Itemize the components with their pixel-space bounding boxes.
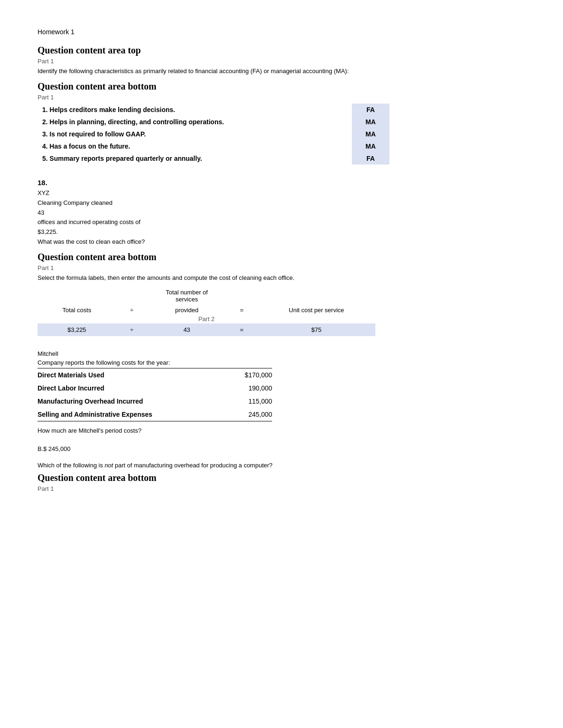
mitchell-section: Mitchell Company reports the following c… [38,350,525,452]
formula-table: Total number of services Total costs ÷ p… [38,286,375,336]
mitchell-label-4: Selling and Administrative Expenses [38,408,202,421]
section1-part-label2: Part 1 [38,94,525,101]
mitchell-company: Mitchell [38,350,525,357]
which-text: Which of the following is not part of ma… [38,462,366,469]
qa-question-1: 1. Helps creditors make lending decision… [38,104,352,116]
qa-row-3: 3. Is not required to follow GAAP.MA [38,128,389,140]
mitchell-value-3: 115,000 [202,395,272,408]
formula-col5-label: Unit cost per service [258,306,375,315]
qa-row-5: 5. Summary reports prepared quarterly or… [38,152,389,165]
qa-question-4: 4. Has a focus on the future. [38,140,352,152]
qa-row-1: 1. Helps creditors make lending decision… [38,104,389,116]
qa-answer-4: MA [352,140,389,152]
qa-question-2: 2. Helps in planning, directing, and con… [38,116,352,128]
select-formula-text: Select the formula labels, then enter th… [38,274,366,281]
qa-answer-5: FA [352,152,389,165]
period-costs-question: How much are Mitchell's period costs? [38,426,525,436]
qa-question-3: 3. Is not required to follow GAAP. [38,128,352,140]
formula-val3: 43 [147,323,226,336]
section-18: 18. XYZ Cleaning Company cleaned 43 offi… [38,179,525,336]
section18-number: 18. [38,179,525,187]
qa-answer-2: MA [352,116,389,128]
mitchell-table: Direct Materials Used$170,000Direct Labo… [38,368,272,421]
homework-title: Homework 1 [38,28,525,36]
formula-val2: ÷ [116,323,147,336]
mitchell-value-1: $170,000 [202,368,272,382]
mitchell-label-3: Manufacturing Overhead Incurred [38,395,202,408]
section18-intro: XYZ Cleaning Company cleaned 43 offices … [38,188,525,247]
mitchell-value-4: 245,000 [202,408,272,421]
section18-content-bottom-label: Question content area bottom [38,252,525,263]
mitchell-label-2: Direct Labor Incurred [38,382,202,395]
section1-part-label: Part 1 [38,58,525,65]
qa-row-4: 4. Has a focus on the future.MA [38,140,389,152]
mitchell-row-1: Direct Materials Used$170,000 [38,368,272,382]
answer-b: B.$ 245,000 [38,445,525,452]
mitchell-subtitle: Company reports the following costs for … [38,359,525,366]
qa-table: 1. Helps creditors make lending decision… [38,104,389,165]
formula-section: Total number of services Total costs ÷ p… [38,286,525,336]
formula-col3-label: provided [147,306,226,315]
qa-row-2: 2. Helps in planning, directing, and con… [38,116,389,128]
formula-part2-label: Part 2 [38,315,375,323]
section1-content-top-label: Question content area top [38,45,525,56]
mitchell-row-2: Direct Labor Incurred190,000 [38,382,272,395]
section1-content-bottom-label: Question content area bottom [38,81,525,92]
qa-answer-3: MA [352,128,389,140]
identify-text: Identify the following characteristics a… [38,68,366,75]
mitchell-row-3: Manufacturing Overhead Incurred115,000 [38,395,272,408]
formula-val4: = [226,323,258,336]
qa-answer-1: FA [352,104,389,116]
mitchell-value-2: 190,000 [202,382,272,395]
formula-header-services: Total number of services [166,289,208,303]
formula-val5: $75 [258,323,375,336]
section18-part-label: Part 1 [38,264,525,271]
formula-val1: $3,225 [38,323,116,336]
formula-col4-label: = [226,306,258,315]
formula-col1-label: Total costs [38,306,116,315]
last-section-content-bottom-label: Question content area bottom [38,473,525,483]
mitchell-row-4: Selling and Administrative Expenses245,0… [38,408,272,421]
qa-question-5: 5. Summary reports prepared quarterly or… [38,152,352,165]
formula-col2-label: ÷ [116,306,147,315]
mitchell-label-1: Direct Materials Used [38,368,202,382]
last-section-part-label: Part 1 [38,485,525,492]
